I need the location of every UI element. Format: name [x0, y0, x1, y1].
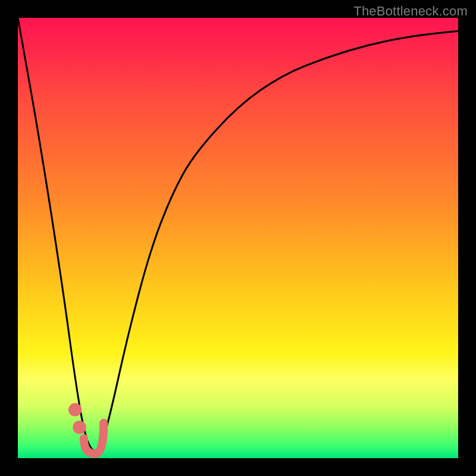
outer-frame: TheBottleneck.com [0, 0, 476, 476]
dot-upper [68, 403, 82, 416]
chart-overlay [18, 18, 458, 458]
watermark-text: TheBottleneck.com [353, 4, 468, 19]
plot-area [18, 18, 458, 458]
optimal-hook [84, 423, 104, 454]
optimal-marker [68, 403, 104, 453]
dot-lower [73, 421, 86, 434]
bottleneck-curve [18, 18, 458, 450]
